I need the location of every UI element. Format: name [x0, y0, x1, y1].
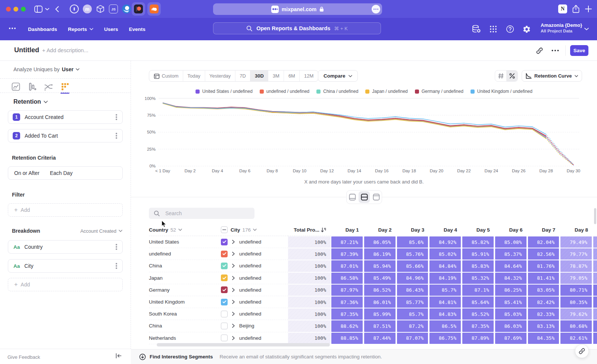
vertical-scrollbar[interactable] — [594, 208, 596, 224]
retention-cell[interactable]: 85.66% — [397, 260, 428, 272]
retention-cell[interactable]: 88.62% — [331, 320, 363, 332]
retention-cell[interactable]: 87.39% — [331, 248, 363, 260]
m-avatar-icon[interactable]: m — [81, 2, 94, 16]
more-options-icon[interactable] — [551, 40, 559, 61]
nav-dashboards[interactable]: Dashboards — [28, 26, 57, 32]
retention-cell[interactable]: 84.19% — [429, 273, 461, 284]
window-close-button[interactable] — [6, 7, 11, 12]
retention-cell[interactable]: 87.1% — [462, 285, 494, 296]
day-column-header[interactable]: Day 7 — [527, 224, 560, 236]
retention-cell[interactable]: 79.49% — [560, 236, 592, 248]
window-minimize-button[interactable] — [13, 7, 18, 12]
add-breakdown-button[interactable]: + Add — [8, 278, 123, 291]
expand-chevron-icon[interactable] — [232, 336, 235, 340]
criteria-each-day[interactable]: Each Day — [50, 170, 73, 176]
country-cell[interactable]: United States — [149, 236, 221, 248]
select-all-checkbox[interactable] — [221, 226, 228, 233]
city-cell[interactable]: undefined — [221, 284, 288, 296]
browser-sidebar-toggle-icon[interactable] — [34, 0, 43, 18]
cube-icon[interactable] — [94, 2, 107, 16]
city-column-header[interactable]: City176 — [221, 224, 288, 236]
day-column-header[interactable]: Day 6 — [494, 224, 527, 236]
retention-cell[interactable]: 79.77% — [560, 248, 592, 260]
city-cell[interactable]: undefined — [221, 272, 288, 284]
retention-cell[interactable]: 85.82% — [462, 236, 494, 248]
retention-cell[interactable]: 86.01% — [364, 296, 396, 308]
retention-cell[interactable]: 86.19% — [364, 248, 396, 260]
arc-app-icon[interactable] — [120, 2, 133, 16]
country-cell[interactable]: China — [149, 260, 221, 272]
city-cell[interactable]: undefined — [221, 236, 288, 248]
tab-insights[interactable] — [11, 81, 20, 92]
retention-cell[interactable]: 87.89% — [462, 333, 494, 344]
expand-chevron-icon[interactable] — [232, 240, 235, 244]
collapse-sidebar-icon[interactable] — [116, 353, 122, 358]
retention-cell[interactable]: 85.99% — [364, 308, 396, 320]
percent-toggle[interactable] — [506, 70, 518, 81]
retention-cell[interactable]: 84.96% — [397, 273, 428, 284]
row-checkbox[interactable] — [221, 239, 228, 245]
global-search-input[interactable]: Open Reports & Dashboards ⌘ + K — [213, 22, 381, 34]
retention-cell[interactable]: 82.42% — [528, 296, 559, 308]
retention-cell[interactable]: 82.33% — [528, 308, 559, 320]
retention-cell[interactable]: 79.05% — [560, 273, 592, 284]
soundcloud-icon[interactable] — [147, 2, 161, 16]
row-checkbox[interactable] — [221, 274, 228, 281]
country-column-header[interactable]: Country52 — [149, 224, 221, 236]
expand-chevron-icon[interactable] — [232, 300, 235, 304]
day-column-header[interactable]: Day 8 — [560, 224, 593, 236]
legend-item[interactable]: China / undefined — [316, 89, 358, 94]
expand-chevron-icon[interactable] — [232, 312, 235, 316]
tab-retention[interactable] — [60, 81, 69, 92]
row-checkbox[interactable] — [221, 263, 228, 269]
apps-grid-icon[interactable] — [490, 18, 497, 40]
retention-cell[interactable]: 83.13% — [528, 320, 559, 332]
settings-gear-icon[interactable] — [522, 18, 531, 40]
retention-cell[interactable]: 85.03% — [495, 308, 526, 320]
footer-title[interactable]: Find Interesting Segments — [150, 354, 213, 360]
patreon-icon[interactable] — [132, 2, 145, 16]
retention-criteria-control[interactable]: On or After Each Day — [8, 166, 123, 180]
legend-item[interactable]: Germany / undefined — [415, 89, 463, 94]
retention-cell[interactable]: 85.64% — [462, 296, 494, 308]
retention-cell[interactable]: 85.41% — [495, 296, 526, 308]
workspace-menu-icon[interactable] — [9, 28, 16, 29]
legend-item[interactable]: undefined / undefined — [260, 89, 309, 94]
url-bar[interactable]: mixpanel.com — [213, 3, 382, 15]
tab-funnels[interactable] — [28, 81, 37, 92]
compare-button[interactable]: Compare — [318, 70, 358, 82]
date-range-today[interactable]: Today — [183, 70, 205, 81]
retention-cell[interactable]: 87.01% — [331, 260, 363, 272]
retention-cell[interactable]: 86.75% — [429, 333, 461, 344]
browser-back-button[interactable] — [55, 0, 59, 18]
retention-cell[interactable]: 85.77% — [397, 296, 428, 308]
row-checkbox[interactable] — [221, 299, 228, 305]
chart-type-selector[interactable]: Retention Curve — [522, 70, 582, 82]
retention-cell[interactable]: 80.35% — [560, 296, 592, 308]
nav-events[interactable]: Events — [129, 26, 146, 32]
retention-cell[interactable]: 87.51% — [364, 320, 396, 332]
retention-cell[interactable]: 85.83% — [462, 260, 494, 272]
breakdown-card[interactable]: Aa Country — [8, 240, 123, 254]
onepassword-icon[interactable] — [68, 2, 81, 16]
retention-cell[interactable]: 86.43% — [397, 285, 428, 296]
breakdown-event-selector[interactable]: Account Created — [80, 228, 122, 234]
retention-cell[interactable]: 82.61% — [560, 333, 592, 344]
retention-cell[interactable]: 85.08% — [495, 236, 526, 248]
date-range-30d[interactable]: 30D — [250, 70, 268, 81]
date-range-12m[interactable]: 12M — [300, 70, 318, 81]
retention-cell[interactable]: 86.05% — [364, 236, 396, 248]
date-range-6m[interactable]: 6M — [284, 70, 300, 81]
nav-reports[interactable]: Reports — [68, 26, 93, 32]
notion-icon[interactable]: N — [558, 0, 567, 18]
retention-cell[interactable]: 87.35% — [331, 308, 363, 320]
js-icon[interactable]: JS — [107, 2, 120, 16]
retention-cell[interactable]: 84.32% — [495, 273, 526, 284]
total-column-header[interactable]: Total Pro... — [288, 224, 331, 236]
retention-cell[interactable]: 87.97% — [331, 285, 363, 296]
retention-cell[interactable]: 85.7% — [429, 285, 461, 296]
table-only-view-icon[interactable] — [371, 191, 382, 203]
tab-flows[interactable] — [44, 81, 53, 92]
browser-sidebar-chevron-icon[interactable] — [45, 0, 49, 18]
retention-cell[interactable]: 84.35% — [528, 333, 559, 344]
